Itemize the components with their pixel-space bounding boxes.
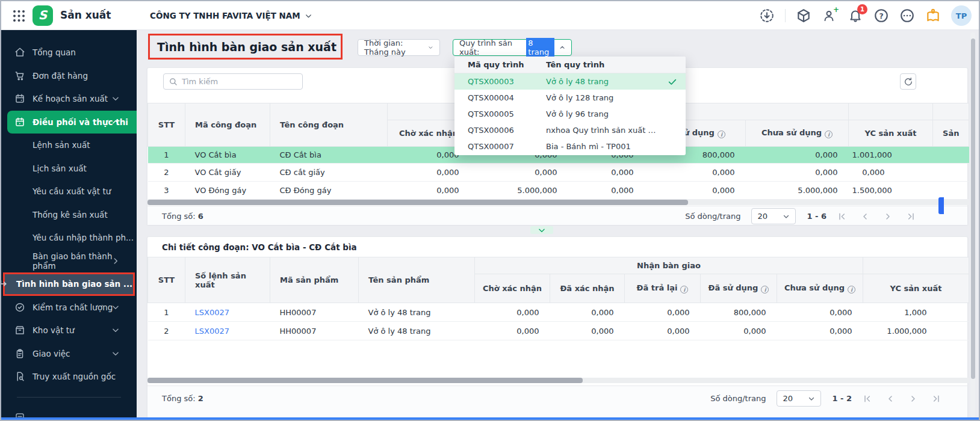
next-page-icon[interactable] bbox=[908, 394, 918, 404]
add-user-icon[interactable]: + bbox=[822, 8, 837, 23]
apps-grid-icon[interactable] bbox=[12, 9, 26, 23]
cell: 2 bbox=[148, 322, 185, 340]
sidebar-item-10[interactable]: Tình hình bàn giao sản ... bbox=[3, 272, 135, 296]
cell: HH00007 bbox=[270, 303, 359, 322]
process-filter-value: 8 trang bbox=[526, 38, 554, 57]
sidebar-item-label: Tổng quan bbox=[33, 48, 76, 57]
sidebar-item-label: Giao việc bbox=[33, 349, 70, 358]
info-icon[interactable]: i bbox=[761, 286, 769, 293]
last-page-icon[interactable] bbox=[931, 394, 941, 404]
sidebar-item-label: Lệnh sản xuất bbox=[33, 140, 90, 150]
collapse-panel-button[interactable] bbox=[530, 226, 553, 234]
column-header: STT bbox=[148, 257, 185, 303]
previous-page-icon[interactable] bbox=[885, 394, 895, 404]
process-code: QTSX00004 bbox=[454, 93, 546, 102]
sidebar-item-0[interactable]: Tổng quan bbox=[1, 41, 137, 64]
last-page-icon[interactable] bbox=[906, 212, 916, 221]
cell: 3 bbox=[148, 182, 185, 200]
sidebar-item-label: Kế hoạch sản xuất bbox=[33, 94, 108, 103]
column-header: Tên công đoạn bbox=[270, 103, 388, 147]
sidebar-item-label: Bàn giao bán thành phẩm bbox=[33, 251, 137, 271]
table-row[interactable]: 2VO Cắt giấyCĐ cắt giấy0,0000,0000,0000,… bbox=[148, 164, 969, 182]
cell: VO Đóng gáy bbox=[185, 182, 270, 200]
table-row[interactable]: 2LSX0027HH00007Vở ô ly 48 trang0,0000,00… bbox=[148, 322, 969, 340]
sidebar-item-label: Yêu cầu xuất vật tư bbox=[33, 186, 111, 196]
sidebar-item-11[interactable]: Kiểm tra chất lượng bbox=[1, 296, 137, 319]
previous-page-icon[interactable] bbox=[860, 212, 870, 221]
panel-edge-handle[interactable] bbox=[938, 197, 944, 214]
table-row[interactable]: 3VO Đóng gáyCĐ Đóng gáy0,0005.000,0000,0… bbox=[148, 182, 969, 200]
process-filter[interactable]: Quy trình sản xuất: 8 trang bbox=[453, 39, 572, 56]
cell: 0,000 bbox=[777, 322, 863, 340]
sidebar-item-6[interactable]: Yêu cầu xuất vật tư bbox=[1, 180, 137, 203]
chevron-down-icon bbox=[808, 395, 815, 402]
sidebar-item-14[interactable]: Truy xuất nguồn gốc bbox=[1, 365, 137, 389]
cell: 0,000 bbox=[645, 164, 746, 182]
rows-per-page-label: Số dòng/trang bbox=[685, 212, 740, 221]
cart-icon bbox=[14, 70, 25, 81]
sidebar-item-12[interactable]: Kho vật tư bbox=[1, 319, 137, 342]
sidebar-item-8[interactable]: Yêu cầu nhập thành ph... bbox=[1, 226, 137, 250]
page-size-select[interactable]: 20 bbox=[751, 208, 796, 224]
dropdown-option[interactable]: QTSX00006nxhoa Quy trình sản xuất QTSX00… bbox=[454, 122, 686, 138]
package-icon[interactable] bbox=[796, 8, 811, 23]
info-icon[interactable]: i bbox=[718, 131, 725, 138]
dropdown-header: Mã quy trình Tên quy trình bbox=[454, 57, 686, 73]
notifications-bell-icon[interactable]: 1 bbox=[848, 8, 863, 23]
scrollbar-thumb[interactable] bbox=[147, 378, 583, 383]
sidebar-item-9[interactable]: Bàn giao bán thành phẩm bbox=[1, 250, 137, 273]
dropdown-option[interactable]: QTSX00003Vở ô ly 48 trang bbox=[454, 73, 686, 90]
total-count: Tổng số: 2 bbox=[162, 394, 203, 403]
cell: LSX0027 bbox=[185, 322, 270, 340]
cell: 0,000 bbox=[550, 303, 625, 322]
cell: 0,000 bbox=[777, 303, 863, 322]
avatar[interactable]: TP bbox=[951, 5, 972, 26]
file-trace-icon bbox=[14, 371, 25, 382]
horizontal-scrollbar bbox=[147, 200, 969, 205]
sidebar-item-3[interactable]: Điều phối và thực thi bbox=[7, 111, 137, 134]
sidebar-item-4[interactable]: Lệnh sản xuất bbox=[1, 134, 137, 157]
time-filter[interactable]: Thời gian: Tháng này bbox=[358, 39, 440, 56]
first-page-icon[interactable] bbox=[863, 394, 872, 404]
check-icon bbox=[668, 77, 677, 87]
info-icon[interactable]: i bbox=[680, 286, 688, 293]
dropdown-option[interactable]: QTSX00005Vở ô ly 96 trang bbox=[454, 106, 686, 122]
svg-text:?: ? bbox=[879, 11, 883, 20]
sidebar-item-13[interactable]: Giao việc bbox=[1, 342, 137, 366]
sidebar-item-1[interactable]: Đơn đặt hàng bbox=[1, 64, 137, 88]
info-icon[interactable]: i bbox=[848, 286, 855, 293]
scrollbar-thumb[interactable] bbox=[147, 200, 688, 205]
guide-icon[interactable] bbox=[925, 8, 941, 23]
chevron-down-icon bbox=[111, 303, 120, 312]
sidebar-item-label: Lịch sản xuất bbox=[33, 164, 87, 173]
refresh-button[interactable] bbox=[900, 73, 916, 90]
more-options-icon[interactable] bbox=[899, 8, 915, 23]
cell: 0,000 bbox=[701, 322, 777, 340]
table-row[interactable]: 1LSX0027HH00007Vở ô ly 48 trang0,0000,00… bbox=[148, 303, 969, 322]
company-selector[interactable]: CÔNG TY TNHH FAVITA VIỆT NAM bbox=[150, 11, 312, 20]
total-count: Tổng số: 6 bbox=[162, 212, 203, 221]
scrollbar-thumb[interactable] bbox=[971, 38, 975, 379]
production-order-link[interactable]: LSX0027 bbox=[195, 308, 229, 317]
first-page-icon[interactable] bbox=[837, 212, 847, 221]
process-name: nxhoa Quy trình sản xuất QTSX000... bbox=[546, 126, 686, 135]
download-icon[interactable] bbox=[759, 8, 775, 23]
sidebar-item-2[interactable]: Kế hoạch sản xuất bbox=[1, 87, 137, 111]
product-name: Sản xuất bbox=[60, 9, 111, 21]
page-size-select[interactable]: 20 bbox=[777, 390, 821, 407]
sidebar-item-5[interactable]: Lịch sản xuất bbox=[1, 157, 137, 180]
sidebar-item-7[interactable]: Thống kê sản xuất bbox=[1, 203, 137, 227]
search-input[interactable] bbox=[182, 77, 297, 86]
help-icon[interactable]: ? bbox=[873, 8, 889, 23]
production-order-link[interactable]: LSX0027 bbox=[195, 327, 229, 336]
info-icon[interactable]: i bbox=[825, 131, 833, 138]
cell: CĐ cắt giấy bbox=[270, 164, 388, 182]
dropdown-option[interactable]: QTSX00007Bia - Bánh mì - TP001 bbox=[454, 138, 686, 155]
cell: 5.000,000 bbox=[746, 182, 849, 200]
next-page-icon[interactable] bbox=[883, 212, 893, 221]
quality-check-icon bbox=[14, 302, 25, 313]
table-footer: Tổng số: 2 Số dòng/trang 20 1 - 2 bbox=[147, 386, 967, 417]
process-code: QTSX00005 bbox=[454, 109, 546, 118]
chevron-down-icon bbox=[428, 44, 433, 51]
dropdown-option[interactable]: QTSX00004Vở ô ly 128 trang bbox=[454, 90, 686, 106]
